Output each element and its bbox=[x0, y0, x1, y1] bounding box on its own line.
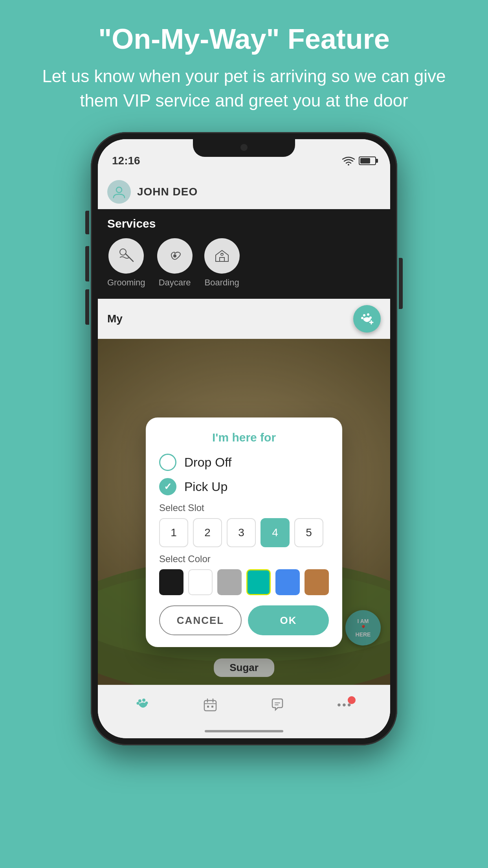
nav-calendar-button[interactable] bbox=[203, 697, 218, 712]
svg-rect-29 bbox=[211, 706, 213, 708]
grooming-label: Grooming bbox=[107, 278, 145, 288]
color-black-swatch[interactable] bbox=[159, 569, 183, 595]
slots-row: 1 2 3 4 5 bbox=[159, 518, 329, 547]
pick-up-radio[interactable]: ✓ bbox=[159, 478, 176, 495]
boarding-icon bbox=[204, 238, 240, 274]
slot-5-button[interactable]: 5 bbox=[294, 518, 323, 547]
cancel-button[interactable]: CANCEL bbox=[159, 605, 242, 635]
svg-point-4 bbox=[173, 254, 176, 257]
bottom-nav: ••• bbox=[98, 685, 390, 724]
screen-content: Sugar I AM 📍 HERE I'm here for Drop Off bbox=[98, 339, 390, 685]
service-daycare[interactable]: Daycare bbox=[157, 238, 193, 288]
header-section: "On-My-Way" Feature Let us know when you… bbox=[0, 0, 488, 128]
modal-dialog: I'm here for Drop Off ✓ Pick Up S bbox=[146, 417, 342, 647]
my-section: My bbox=[98, 299, 390, 339]
status-time: 12:16 bbox=[112, 154, 140, 167]
daycare-label: Daycare bbox=[159, 278, 191, 288]
svg-point-20 bbox=[138, 699, 141, 702]
notch bbox=[193, 139, 295, 157]
boarding-label: Boarding bbox=[205, 278, 239, 288]
services-section: Services Grooming bbox=[98, 209, 390, 299]
svg-rect-28 bbox=[207, 706, 209, 708]
power-button bbox=[399, 258, 403, 309]
user-bar: JOHN DEO bbox=[98, 175, 390, 209]
header-title: "On-My-Way" Feature bbox=[31, 24, 457, 55]
svg-rect-24 bbox=[204, 701, 216, 711]
grooming-icon bbox=[108, 238, 144, 274]
volume-down-button bbox=[85, 289, 89, 325]
color-blue-swatch[interactable] bbox=[275, 569, 300, 595]
select-slot-label: Select Slot bbox=[159, 502, 329, 513]
home-indicator bbox=[98, 724, 390, 738]
slot-1-button[interactable]: 1 bbox=[159, 518, 188, 547]
color-brown-swatch[interactable] bbox=[305, 569, 329, 595]
color-white-swatch[interactable] bbox=[188, 569, 213, 595]
user-name: JOHN DEO bbox=[137, 186, 198, 198]
pick-up-option[interactable]: ✓ Pick Up bbox=[159, 478, 329, 495]
slot-2-button[interactable]: 2 bbox=[193, 518, 222, 547]
svg-point-10 bbox=[361, 317, 363, 319]
svg-rect-5 bbox=[220, 257, 224, 261]
slot-3-button[interactable]: 3 bbox=[227, 518, 256, 547]
drop-off-radio[interactable] bbox=[159, 454, 176, 471]
paw-plus-icon bbox=[360, 311, 374, 326]
phone-frame-wrapper: 12:16 bbox=[91, 132, 397, 745]
services-title: Services bbox=[107, 217, 381, 230]
slot-4-button[interactable]: 4 bbox=[261, 518, 290, 547]
colors-row bbox=[159, 569, 329, 595]
phone-screen: 12:16 bbox=[98, 139, 390, 738]
ok-button[interactable]: OK bbox=[248, 605, 329, 635]
modal-title: I'm here for bbox=[159, 431, 329, 444]
battery-icon bbox=[359, 156, 376, 165]
color-gray-swatch[interactable] bbox=[217, 569, 242, 595]
avatar-icon bbox=[112, 185, 126, 199]
drop-off-option[interactable]: Drop Off bbox=[159, 454, 329, 471]
volume-mute-button bbox=[85, 211, 89, 234]
service-boarding[interactable]: Boarding bbox=[204, 238, 240, 288]
status-icons bbox=[342, 156, 376, 166]
svg-point-7 bbox=[363, 314, 365, 316]
nav-paw-button[interactable] bbox=[136, 697, 150, 712]
wifi-icon bbox=[342, 156, 355, 166]
select-color-label: Select Color bbox=[159, 554, 329, 565]
volume-up-button bbox=[85, 246, 89, 281]
home-bar bbox=[205, 730, 283, 732]
status-bar: 12:16 bbox=[98, 139, 390, 175]
svg-point-2 bbox=[120, 249, 126, 255]
drop-off-label: Drop Off bbox=[184, 455, 231, 470]
service-grooming[interactable]: Grooming bbox=[107, 238, 145, 288]
header-subtitle: Let us know when your pet is arriving so… bbox=[31, 64, 457, 112]
pick-up-label: Pick Up bbox=[184, 480, 227, 494]
nav-more-button[interactable]: ••• bbox=[337, 699, 352, 711]
svg-point-21 bbox=[142, 699, 145, 702]
front-camera bbox=[240, 144, 248, 151]
calendar-icon bbox=[203, 697, 218, 712]
paw-icon bbox=[136, 697, 150, 712]
my-label: My bbox=[107, 313, 123, 325]
daycare-icon bbox=[157, 238, 193, 274]
check-icon: ✓ bbox=[164, 481, 172, 492]
notification-badge bbox=[348, 696, 356, 704]
svg-point-8 bbox=[367, 313, 369, 316]
svg-point-23 bbox=[137, 702, 139, 704]
color-teal-swatch[interactable] bbox=[246, 569, 271, 595]
svg-point-0 bbox=[348, 164, 349, 166]
modal-buttons: CANCEL OK bbox=[159, 605, 329, 635]
chat-icon bbox=[270, 697, 285, 712]
services-list: Grooming Daycare bbox=[107, 238, 381, 288]
avatar bbox=[107, 180, 131, 204]
modal-overlay: I'm here for Drop Off ✓ Pick Up S bbox=[98, 339, 390, 685]
nav-chat-button[interactable] bbox=[270, 697, 285, 712]
svg-point-1 bbox=[116, 187, 122, 193]
add-fab-button[interactable] bbox=[353, 305, 381, 333]
